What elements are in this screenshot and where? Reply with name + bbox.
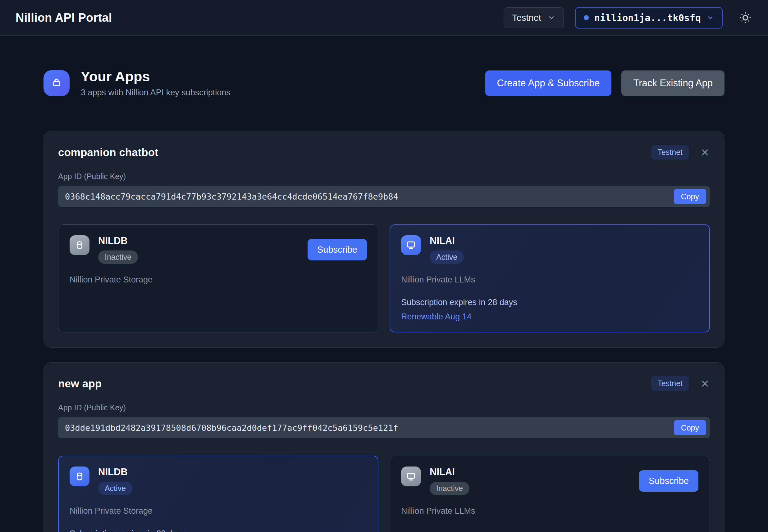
subscription-expiry-text: Subscription expires in 28 days [401,298,698,307]
service-name: NILAI [430,235,464,246]
app-name: companion chatbot [58,146,158,159]
monitor-icon [401,467,421,486]
theme-toggle-button[interactable] [739,11,752,24]
service-card-nildb: NILDB Active Nillion Private Storage Sub… [58,456,378,532]
network-badge: Testnet [651,145,689,160]
close-icon[interactable] [700,379,710,389]
wallet-status-dot [584,15,589,20]
service-description: Nillion Private LLMs [401,506,698,516]
app-id-field: 0368c148acc79cacca791d4c77b93c3792143a3e… [58,186,710,207]
service-card-nilai: NILAI Active Nillion Private LLMs Subscr… [390,224,710,332]
chevron-down-icon [707,14,714,21]
app-id-label: App ID (Public Key) [58,172,710,181]
page-title: Nillion API Portal [16,11,112,25]
app-id-field: 03dde191dbd2482a39178508d6708b96caa2d0de… [58,417,710,438]
track-existing-app-button[interactable]: Track Existing App [621,70,725,96]
service-name: NILDB [98,235,138,246]
status-badge: Inactive [98,250,138,264]
status-badge: Active [98,482,132,495]
app-id-value: 0368c148acc79cacca791d4c77b93c3792143a3e… [65,192,398,201]
renewal-date-text: Renewable Aug 14 [401,312,698,322]
sun-icon [739,11,752,24]
database-icon [70,467,89,486]
your-apps-header: Your Apps 3 apps with Nillion API key su… [43,69,725,97]
archive-icon [43,70,70,96]
status-badge: Inactive [430,482,469,495]
subscribe-button[interactable]: Subscribe [639,470,698,492]
copy-button[interactable]: Copy [674,420,706,435]
subscribe-button[interactable]: Subscribe [308,239,367,260]
wallet-button[interactable]: nillion1ja...tk0sfq [575,7,723,29]
network-selector-value: Testnet [512,13,541,23]
service-description: Nillion Private Storage [70,275,367,285]
page-heading: Your Apps [81,69,231,85]
network-selector[interactable]: Testnet [504,7,564,28]
service-name: NILAI [430,467,469,478]
network-badge: Testnet [651,376,689,391]
chevron-down-icon [547,14,555,22]
page-subheading: 3 apps with Nillion API key subscription… [81,88,231,97]
create-app-button[interactable]: Create App & Subscribe [485,70,612,96]
app-card-new-app: new app Testnet App ID (Public Key) 03dd… [43,362,725,532]
copy-button[interactable]: Copy [674,189,706,204]
app-id-value: 03dde191dbd2482a39178508d6708b96caa2d0de… [65,423,398,433]
monitor-icon [401,235,421,255]
service-description: Nillion Private LLMs [401,275,698,285]
app-header: Nillion API Portal Testnet nillion1ja...… [0,0,768,36]
app-id-label: App ID (Public Key) [58,403,710,412]
service-description: Nillion Private Storage [70,506,367,516]
service-card-nildb: NILDB Inactive Subscribe Nillion Private… [58,224,378,332]
subscription-expiry-text: Subscription expires in 28 days [70,529,367,532]
wallet-address: nillion1ja...tk0sfq [594,12,701,23]
close-icon[interactable] [700,147,710,157]
app-card-companion-chatbot: companion chatbot Testnet App ID (Public… [43,131,725,348]
service-name: NILDB [98,467,132,478]
status-badge: Active [430,250,464,264]
service-card-nilai: NILAI Inactive Subscribe Nillion Private… [390,456,710,532]
database-icon [70,235,89,255]
app-name: new app [58,377,102,390]
